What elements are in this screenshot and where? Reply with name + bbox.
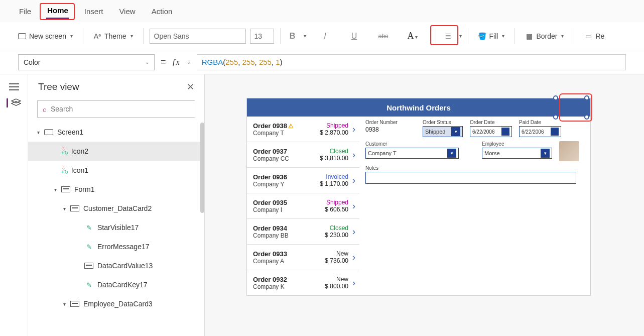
chevron-right-icon: › — [352, 150, 355, 160]
tree-node-label: StarVisible17 — [97, 223, 139, 232]
theme-icon: Aᵃ — [93, 32, 101, 40]
canvas-area: Northwind Orders ✕ Order 0938⚠Company TS… — [205, 74, 644, 336]
hamburger-icon[interactable] — [9, 83, 19, 90]
order-status: Shipped — [325, 199, 348, 206]
tree-node-errormessage17[interactable]: ✎ErrorMessage17 — [28, 237, 204, 256]
bold-button[interactable]: B — [287, 30, 299, 43]
customer-select[interactable]: Company T▾ — [365, 148, 459, 159]
order-number-value: 0938 — [365, 126, 416, 133]
tree: ▾Screen1♡+↻Icon2♡+↻Icon1▾Form1▾Customer_… — [28, 123, 204, 336]
tree-node-starvisible17[interactable]: ✎StarVisible17 — [28, 218, 204, 237]
property-name: Color — [24, 58, 40, 66]
formula-input[interactable]: RGBA(255, 255, 255, 1) — [197, 54, 626, 70]
order-row[interactable]: Order 0934Company BBClosed$ 230.00› — [247, 219, 359, 245]
app-preview: Northwind Orders ✕ Order 0938⚠Company TS… — [247, 98, 590, 295]
tree-node-label: Screen1 — [57, 128, 83, 136]
caret-icon: ▾ — [63, 301, 68, 307]
tree-node-label: Form1 — [74, 185, 94, 193]
svg-marker-1 — [12, 101, 21, 105]
annotation-selection-highlight — [559, 93, 592, 122]
menu-bar: File Home Insert View Action — [0, 0, 644, 22]
order-amount: $ 800.00 — [325, 283, 348, 290]
pencil-icon: ✎ — [84, 281, 93, 288]
order-status-select[interactable]: Shipped▾ — [423, 126, 463, 137]
order-status-label: Order Status — [423, 120, 463, 125]
border-label: Border — [536, 32, 557, 40]
chevron-right-icon: › — [352, 252, 355, 263]
paid-date-label: Paid Date — [519, 120, 561, 125]
chevron-down-icon: ▾ — [415, 34, 418, 40]
order-row[interactable]: Order 0936Company YInvoiced$ 1,170.00› — [247, 168, 359, 193]
property-selector[interactable]: Color ⌄ — [18, 54, 155, 70]
tree-node-form1[interactable]: ▾Form1 — [28, 180, 204, 199]
calendar-icon — [551, 128, 559, 136]
border-button[interactable]: ▦ Border ▾ — [521, 29, 568, 43]
order-id: Order 0935 — [253, 199, 325, 206]
orders-list[interactable]: Order 0938⚠Company TShipped$ 2,870.00›Or… — [247, 117, 359, 295]
equals-sign: = — [161, 57, 166, 67]
strikethrough-button[interactable]: abc — [377, 31, 390, 42]
chevron-right-icon: › — [352, 124, 355, 135]
tree-node-screen1[interactable]: ▾Screen1 — [28, 123, 204, 142]
notes-input[interactable] — [365, 172, 576, 184]
fx-icon[interactable]: ƒx — [172, 58, 180, 67]
chevron-down-icon: ⌄ — [187, 59, 191, 65]
order-row[interactable]: Order 0938⚠Company TShipped$ 2,870.00› — [247, 117, 359, 142]
pencil-icon: ✎ — [84, 224, 93, 231]
tree-node-employee_datacard3[interactable]: ▾Employee_DataCard3 — [28, 294, 204, 313]
chevron-down-icon: ▾ — [561, 33, 564, 39]
tree-view-icon[interactable] — [7, 98, 17, 107]
app-header: Northwind Orders ✕ — [247, 98, 590, 117]
separator — [574, 28, 574, 44]
chevron-right-icon: › — [352, 227, 355, 237]
order-row[interactable]: Order 0933Company ANew$ 736.00› — [247, 245, 359, 270]
tree-node-datacardkey17[interactable]: ✎DataCardKey17 — [28, 275, 204, 294]
menu-home[interactable]: Home — [46, 3, 69, 19]
italic-button[interactable]: I — [319, 30, 331, 43]
search-icon: ⌕ — [43, 105, 47, 113]
chevron-down-icon: ▾ — [541, 149, 550, 158]
tree-node-datacardvalue13[interactable]: DataCardValue13 — [28, 256, 204, 275]
menu-file[interactable]: File — [18, 4, 32, 19]
fill-label: Fill — [489, 32, 498, 40]
fill-button[interactable]: 🪣 Fill ▾ — [474, 29, 509, 43]
card-icon — [70, 205, 79, 212]
tree-node-label: DataCardValue13 — [97, 262, 153, 270]
chevron-down-icon: ▾ — [459, 33, 462, 39]
separator — [468, 28, 468, 44]
theme-button[interactable]: Aᵃ Theme ▾ — [89, 29, 137, 43]
employee-select[interactable]: Morse▾ — [482, 148, 552, 159]
border-icon: ▦ — [525, 32, 533, 40]
tree-node-icon2[interactable]: ♡+↻Icon2 — [28, 142, 204, 161]
reorder-button[interactable]: ▭ Re — [580, 29, 608, 43]
close-icon[interactable]: ✕ — [187, 81, 194, 92]
order-row[interactable]: Order 0937Company CCClosed$ 3,810.00› — [247, 142, 359, 168]
order-company: Company CC — [253, 155, 320, 162]
order-status: Closed — [325, 225, 348, 232]
order-row[interactable]: Order 0932Company KNew$ 800.00› — [247, 270, 359, 295]
chevron-down-icon: ▾ — [131, 33, 133, 39]
tree-node-customer_datacard2[interactable]: ▾Customer_DataCard2 — [28, 199, 204, 218]
menu-view[interactable]: View — [118, 4, 136, 19]
chevron-down-icon: ▾ — [447, 149, 456, 158]
menu-action[interactable]: Action — [151, 4, 174, 19]
svg-marker-0 — [12, 99, 21, 103]
order-date-input[interactable]: 6/22/2006 — [470, 126, 512, 137]
new-screen-button[interactable]: New screen ▾ — [14, 29, 77, 43]
font-color-button[interactable]: A▾ — [405, 30, 421, 42]
paid-date-input[interactable]: 6/22/2006 — [519, 126, 561, 137]
menu-insert[interactable]: Insert — [83, 4, 104, 19]
order-row[interactable]: Order 0935Company IShipped$ 606.50› — [247, 193, 359, 219]
order-amount: $ 2,870.00 — [320, 129, 348, 136]
search-input[interactable] — [51, 105, 190, 113]
tree-node-label: Customer_DataCard2 — [83, 204, 152, 212]
tree-node-label: Employee_DataCard3 — [83, 300, 153, 308]
employee-label: Employee — [482, 141, 552, 147]
scrollbar[interactable] — [200, 123, 204, 213]
font-name-input[interactable] — [150, 29, 246, 44]
tree-search[interactable]: ⌕ — [37, 100, 195, 118]
tree-node-icon1[interactable]: ♡+↻Icon1 — [28, 161, 204, 180]
font-size-input[interactable] — [250, 29, 274, 44]
underline-button[interactable]: U — [348, 30, 360, 43]
align-button[interactable]: ≣ — [442, 29, 454, 43]
